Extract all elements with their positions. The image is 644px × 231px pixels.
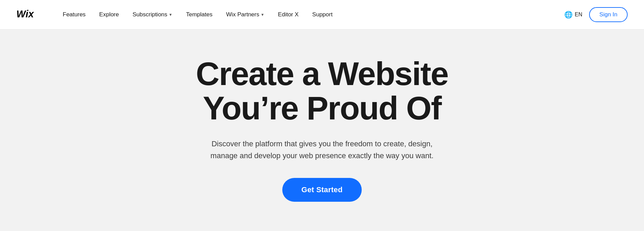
language-selector[interactable]: 🌐 EN xyxy=(564,11,582,19)
hero-title-line2: You’re Proud Of xyxy=(203,90,441,126)
nav-label-editor-x: Editor X xyxy=(278,11,298,18)
globe-icon: 🌐 xyxy=(564,11,573,19)
nav-menu: Features Explore Subscriptions ▼ Templat… xyxy=(57,9,564,21)
nav-item-features[interactable]: Features xyxy=(57,9,91,21)
nav-label-support: Support xyxy=(312,11,333,18)
hero-section: Create a Website You’re Proud Of Discove… xyxy=(0,30,644,231)
nav-label-explore: Explore xyxy=(99,11,119,18)
hero-title: Create a Website You’re Proud Of xyxy=(196,57,448,126)
hero-subtitle: Discover the platform that gives you the… xyxy=(206,138,438,162)
navbar-right: 🌐 EN Sign In xyxy=(564,7,628,22)
nav-item-editor-x[interactable]: Editor X xyxy=(272,9,304,21)
nav-item-templates[interactable]: Templates xyxy=(181,9,218,21)
svg-text:Wix: Wix xyxy=(16,9,34,19)
navbar: Wix Features Explore Subscriptions ▼ Tem… xyxy=(0,0,644,30)
nav-item-subscriptions[interactable]: Subscriptions ▼ xyxy=(127,9,178,21)
nav-label-templates: Templates xyxy=(186,11,212,18)
hero-title-line1: Create a Website xyxy=(196,55,448,92)
nav-label-features: Features xyxy=(63,11,86,18)
chevron-down-icon: ▼ xyxy=(260,13,264,17)
nav-item-support[interactable]: Support xyxy=(307,9,338,21)
nav-item-explore[interactable]: Explore xyxy=(94,9,124,21)
nav-label-wix-partners: Wix Partners xyxy=(226,11,259,18)
sign-in-button[interactable]: Sign In xyxy=(589,7,628,22)
chevron-down-icon: ▼ xyxy=(169,13,173,17)
nav-item-wix-partners[interactable]: Wix Partners ▼ xyxy=(221,9,270,21)
get-started-button[interactable]: Get Started xyxy=(282,178,362,202)
nav-label-subscriptions: Subscriptions xyxy=(133,11,167,18)
wix-logo[interactable]: Wix xyxy=(16,8,41,21)
language-label: EN xyxy=(575,12,582,18)
